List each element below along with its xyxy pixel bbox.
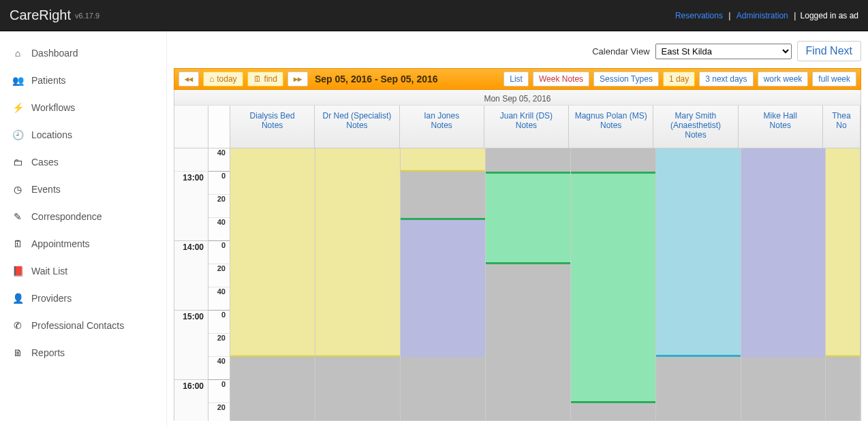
main: Calendar View East St Kilda Find Next ◂◂…	[167, 31, 868, 427]
link-administration[interactable]: Administration	[737, 11, 788, 20]
prev-button[interactable]: ◂◂	[179, 72, 199, 86]
calendar-view-label: Calendar View	[592, 46, 649, 57]
appointment-block[interactable]	[230, 148, 315, 357]
minute-label: 40	[208, 287, 230, 311]
provider-header[interactable]: Ian JonesNotes	[400, 106, 484, 148]
provider-header[interactable]: Dr Ned (Specialist)Notes	[315, 106, 399, 148]
appointment-block[interactable]	[656, 148, 741, 357]
topbar-right: Reservations | Administration | Logged i…	[674, 11, 858, 20]
brand: CareRight	[10, 7, 71, 23]
minute-label: 0	[208, 241, 230, 264]
appointment-block[interactable]	[401, 218, 485, 357]
sidebar-item-label: Events	[31, 184, 61, 195]
work-week-button[interactable]: work week	[758, 72, 809, 86]
appointment-block[interactable]	[571, 172, 655, 403]
appointment-block[interactable]	[486, 172, 570, 264]
session-types-button[interactable]: Session Types	[593, 72, 659, 86]
find-next-button[interactable]: Find Next	[797, 41, 861, 61]
provider-column[interactable]	[656, 148, 741, 421]
sidebar-icon: 📕	[12, 266, 23, 276]
provider-header[interactable]: Mary Smith (Anaesthetist)Notes	[653, 106, 738, 148]
sidebar-item-patients[interactable]: 👥Patients	[0, 67, 166, 94]
provider-header[interactable]: TheaNo	[823, 106, 861, 148]
sidebar-item-label: Cases	[31, 157, 59, 168]
sidebar-icon: 🗎	[12, 347, 23, 358]
sidebar-icon: 👥	[12, 75, 23, 86]
sidebar-item-label: Locations	[31, 129, 72, 140]
sidebar-item-professional-contacts[interactable]: ✆Professional Contacts	[0, 312, 166, 339]
appointment-block[interactable]	[315, 148, 400, 357]
appointment-block[interactable]	[741, 148, 826, 357]
sidebar-item-label: Workflows	[31, 102, 75, 113]
find-button[interactable]: 🗓find	[247, 72, 283, 86]
provider-column[interactable]	[401, 148, 486, 421]
provider-header[interactable]: Magnus Polan (MS)Notes	[569, 106, 653, 148]
sidebar-icon: ✎	[12, 211, 23, 222]
one-day-button[interactable]: 1 day	[663, 72, 695, 86]
appointment-block[interactable]	[401, 218, 485, 220]
sidebar-item-label: Correspondence	[31, 211, 102, 222]
hour-label: 14:00	[174, 241, 208, 311]
week-notes-button[interactable]: Week Notes	[533, 72, 589, 86]
appointment-block[interactable]	[486, 148, 570, 172]
provider-column[interactable]	[315, 148, 401, 421]
appointment-block[interactable]	[230, 357, 315, 421]
appointment-block[interactable]	[401, 148, 485, 172]
hour-label: 15:00	[174, 311, 208, 380]
calendar-view-select[interactable]: East St Kilda	[655, 44, 792, 59]
next-button[interactable]: ▸▸	[288, 72, 308, 86]
appointment-block[interactable]	[741, 357, 826, 421]
version: v6.17.9	[75, 12, 99, 20]
appointment-block[interactable]	[571, 403, 655, 421]
list-button[interactable]: List	[503, 72, 529, 86]
full-week-button[interactable]: full week	[812, 72, 856, 86]
provider-column[interactable]	[571, 148, 656, 421]
sidebar-item-locations[interactable]: 🕘Locations	[0, 121, 166, 148]
provider-column[interactable]	[741, 148, 826, 421]
sidebar-item-reports[interactable]: 🗎Reports	[0, 339, 166, 366]
sidebar-icon: ✆	[12, 320, 23, 331]
calendar-grid[interactable]: 13:0014:0015:0016:0017:00 40020400204002…	[174, 148, 861, 421]
appointment-block[interactable]	[401, 172, 485, 219]
sidebar-icon: 👤	[12, 293, 23, 304]
topbar: CareRight v6.17.9 Reservations | Adminis…	[0, 0, 868, 31]
link-reservations[interactable]: Reservations	[675, 11, 723, 20]
provider-column[interactable]	[486, 148, 571, 421]
sidebar-item-appointments[interactable]: 🗓Appointments	[0, 230, 166, 257]
sidebar-icon: 🗀	[12, 157, 23, 168]
sidebar-item-label: Wait List	[31, 266, 67, 276]
date-range: Sep 05, 2016 - Sep 05, 2016	[315, 74, 438, 84]
calendar: Mon Sep 05, 2016 Dialysis BedNotesDr Ned…	[174, 90, 861, 421]
appointment-block[interactable]	[571, 172, 655, 174]
sidebar-item-correspondence[interactable]: ✎Correspondence	[0, 203, 166, 230]
appointment-block[interactable]	[826, 148, 860, 357]
provider-header[interactable]: Juan Krill (DS)Notes	[484, 106, 569, 148]
calendar-view-row: Calendar View East St Kilda Find Next	[167, 38, 868, 64]
appointment-block[interactable]	[656, 357, 741, 421]
appointment-block[interactable]	[315, 357, 400, 421]
sidebar-item-providers[interactable]: 👤Providers	[0, 285, 166, 312]
provider-header[interactable]: Dialysis BedNotes	[230, 106, 315, 148]
three-days-button[interactable]: 3 next days	[699, 72, 753, 86]
today-button[interactable]: ⌂today	[203, 72, 243, 86]
sidebar-icon: ⚡	[12, 102, 23, 113]
appointment-block[interactable]	[486, 172, 570, 174]
sidebar-item-wait-list[interactable]: 📕Wait List	[0, 257, 166, 285]
appointment-block[interactable]	[486, 264, 570, 421]
minute-label: 20	[208, 334, 230, 357]
minute-label: 40	[208, 218, 230, 241]
sidebar-item-events[interactable]: ◷Events	[0, 176, 166, 203]
sidebar-item-workflows[interactable]: ⚡Workflows	[0, 94, 166, 121]
appointment-block[interactable]	[826, 357, 860, 421]
hour-label: 13:00	[174, 172, 208, 241]
provider-header[interactable]: Mike HallNotes	[739, 106, 823, 148]
calendar-icon: 🗓	[253, 74, 262, 84]
provider-column[interactable]	[230, 148, 315, 421]
appointment-block[interactable]	[571, 148, 655, 172]
sidebar-icon: 🕘	[12, 129, 23, 140]
sidebar-item-dashboard[interactable]: ⌂Dashboard	[0, 39, 166, 67]
appointment-block[interactable]	[401, 357, 485, 421]
sidebar-item-cases[interactable]: 🗀Cases	[0, 148, 166, 176]
provider-column[interactable]	[826, 148, 861, 421]
minute-label: 0	[208, 311, 230, 334]
